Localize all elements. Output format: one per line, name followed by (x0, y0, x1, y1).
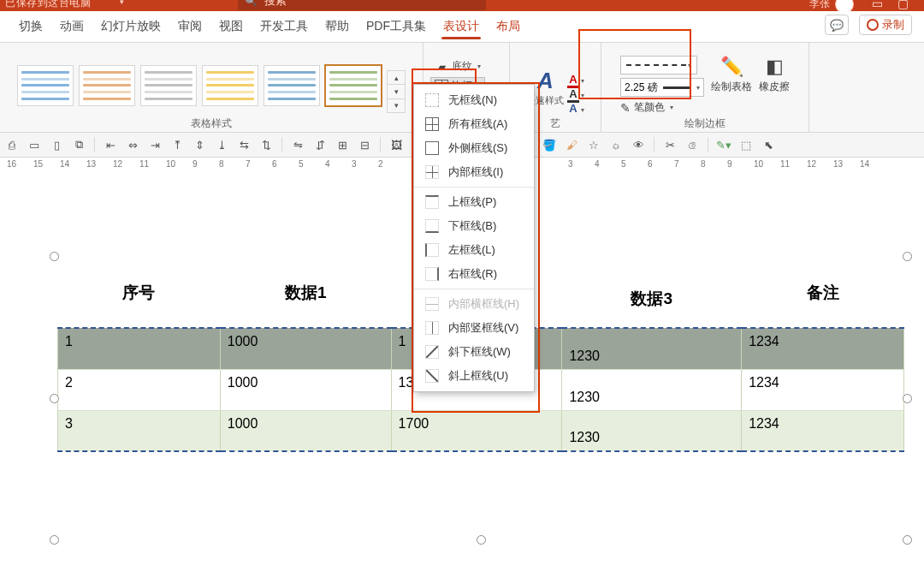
qat-btn-2[interactable]: ▭ (26, 136, 43, 153)
border-menu-item[interactable]: 内部竖框线(V) (414, 316, 534, 340)
table-cell[interactable]: 2 (58, 369, 221, 410)
tab-动画[interactable]: 动画 (51, 11, 92, 42)
table-cell[interactable]: 1230 (562, 369, 742, 410)
table-style-swatch[interactable] (17, 65, 74, 106)
tab-home-hint[interactable] (3, 11, 10, 42)
pen-color-button[interactable]: ✎笔颜色▾ (620, 100, 704, 115)
table-row[interactable]: 31000170012301234 (58, 410, 904, 451)
qat2-eye[interactable]: 👁 (630, 136, 647, 153)
qat-align-bot[interactable]: ⤓ (213, 136, 230, 153)
window-icon-2[interactable]: ▢ (897, 0, 909, 10)
draw-table-button[interactable]: ✏️绘制表格 (711, 56, 752, 115)
tab-开发工具[interactable]: 开发工具 (252, 11, 317, 42)
doc-status: 已保存到这台电脑 (5, 0, 91, 10)
border-menu-item[interactable]: 外侧框线(S) (414, 136, 534, 160)
qat2-crop2[interactable]: ⟃ (684, 136, 701, 153)
border-menu-item[interactable]: 内部框线(I) (414, 160, 534, 184)
qat-split[interactable]: ⊟ (356, 136, 373, 153)
table-cell[interactable]: 1 (58, 328, 221, 369)
table-cell[interactable]: 1000 (220, 369, 391, 410)
qat2-crop[interactable]: ✂ (661, 136, 678, 153)
table-cell[interactable]: 1234 (742, 369, 904, 410)
search-box[interactable]: 🔍 搜索 (238, 0, 486, 10)
border-menu-item[interactable]: 下框线(B) (414, 214, 534, 238)
text-outline-button[interactable]: A▾ (567, 87, 583, 100)
border-menu-item: 内部横框线(H) (414, 292, 534, 316)
table-style-swatch[interactable] (202, 65, 258, 106)
qat2-star[interactable]: ☆ (585, 136, 602, 153)
table-style-swatch[interactable] (140, 65, 197, 106)
title-drop-icon[interactable]: ▾ (120, 0, 124, 6)
user-avatar[interactable] (835, 0, 854, 11)
qat-flip-v[interactable]: ⇵ (311, 136, 329, 153)
qat-image[interactable]: 🖼 (388, 136, 405, 153)
tab-表设计[interactable]: 表设计 (435, 11, 488, 42)
qat2-select[interactable]: ⬚ (737, 136, 755, 153)
qat-btn-1[interactable]: ⎙ (3, 136, 21, 153)
user-name[interactable]: 李张 (809, 0, 830, 11)
chevron-down-icon: ▾ (670, 104, 673, 111)
table-cell[interactable]: 3 (58, 410, 221, 451)
qat-dist-v[interactable]: ⇅ (258, 136, 275, 153)
qat-dist-h[interactable]: ⇆ (235, 136, 252, 153)
qat2-pen[interactable]: ✎▾ (715, 136, 732, 153)
pen-style-preview (626, 64, 686, 66)
tab-审阅[interactable]: 审阅 (169, 11, 210, 42)
tab-幻灯片放映[interactable]: 幻灯片放映 (92, 11, 169, 42)
window-icon-1[interactable]: ▭ (872, 0, 883, 10)
border-menu-item[interactable]: 无框线(N) (414, 88, 534, 112)
pen-style-dropdown[interactable]: ▾ (620, 56, 697, 74)
tab-帮助[interactable]: 帮助 (317, 11, 358, 42)
table-style-swatch[interactable] (325, 65, 382, 106)
border-menu-item[interactable]: 左框线(L) (414, 238, 534, 262)
qat-btn-3[interactable]: ▯ (48, 136, 65, 153)
record-button[interactable]: 录制 (859, 15, 912, 35)
title-bar: 已保存到这台电脑 ▾ 🔍 搜索 李张 ▭ ▢ (0, 0, 924, 11)
table-cell[interactable]: 1000 (220, 328, 391, 369)
text-fill-button[interactable]: A▾ (567, 73, 583, 86)
qat-merge[interactable]: ⊞ (334, 136, 351, 153)
border-menu-item[interactable]: 右框线(R) (414, 262, 534, 286)
comments-button[interactable]: 💬 (825, 15, 849, 35)
table-style-swatch[interactable] (79, 65, 135, 106)
eraser-button[interactable]: ◧橡皮擦 (759, 56, 790, 115)
qat2-brush[interactable]: 🖌 (563, 136, 580, 153)
qat-align-center[interactable]: ⇔ (124, 136, 141, 153)
table-cell[interactable]: 1230 (562, 410, 742, 451)
qat-align-left[interactable]: ⇤ (102, 136, 119, 153)
table-cell[interactable]: 1230 (562, 328, 742, 369)
table-cell[interactable]: 1234 (742, 410, 904, 451)
table-header[interactable]: 序号 (58, 258, 221, 328)
tab-视图[interactable]: 视图 (210, 11, 252, 42)
table-style-gallery[interactable]: ▴▾▾ (14, 60, 409, 115)
table-cell[interactable]: 1234 (742, 328, 904, 369)
qat-align-right[interactable]: ⇥ (146, 136, 163, 153)
table-cell[interactable]: 1700 (391, 410, 562, 451)
qat-btn-4[interactable]: ⧉ (70, 136, 87, 153)
qat2-cursor[interactable]: ⬉ (760, 136, 777, 153)
table-header[interactable]: 备注 (742, 258, 904, 328)
qat2-sun[interactable]: ☼ (607, 136, 625, 153)
pen-weight-dropdown[interactable]: 2.25 磅▾ (620, 78, 704, 97)
qat-align-top[interactable]: ⤒ (169, 136, 186, 153)
table-style-swatch[interactable] (264, 65, 320, 106)
border-menu-item[interactable]: 斜下框线(W) (414, 340, 534, 364)
qat-flip-h[interactable]: ⇋ (289, 136, 306, 153)
quick-style-icon[interactable]: A (530, 68, 560, 94)
table-cell[interactable]: 1000 (220, 410, 391, 451)
shading-button[interactable]: ▰底纹▾ (430, 57, 485, 75)
text-effects-button[interactable]: A▾ (567, 102, 583, 115)
group-label-table-styles: 表格样式 (191, 115, 232, 130)
record-label: 录制 (882, 17, 904, 33)
table-header[interactable]: 数据3 (562, 258, 742, 328)
tab-切换[interactable]: 切换 (10, 11, 51, 42)
gallery-more-button[interactable]: ▴▾▾ (387, 70, 406, 113)
table-header[interactable]: 数据1 (220, 258, 391, 328)
border-menu-item[interactable]: 所有框线(A) (414, 112, 534, 136)
tab-布局[interactable]: 布局 (488, 11, 529, 42)
qat2-bucket[interactable]: 🪣 (541, 136, 558, 153)
qat-align-mid[interactable]: ⇕ (191, 136, 208, 153)
border-menu-item[interactable]: 斜上框线(U) (414, 364, 534, 388)
tab-PDF工具集[interactable]: PDF工具集 (358, 11, 435, 42)
border-menu-item[interactable]: 上框线(P) (414, 190, 534, 214)
